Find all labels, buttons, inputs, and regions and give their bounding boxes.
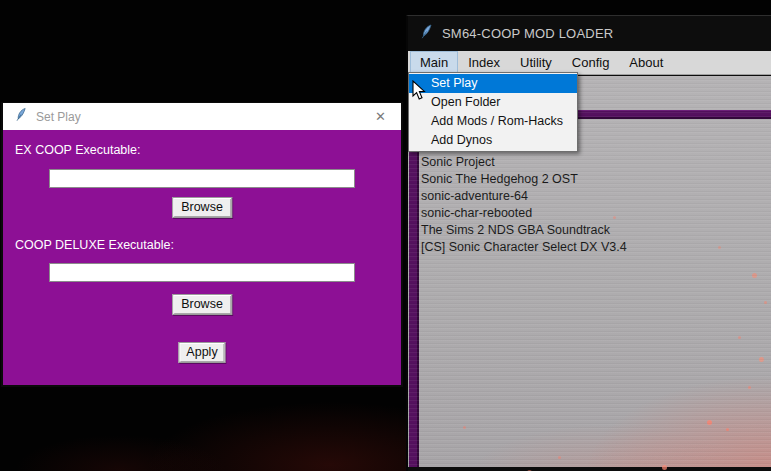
coop-deluxe-browse-button[interactable]: Browse bbox=[172, 294, 232, 315]
list-item[interactable]: sonic-char-rebooted bbox=[421, 205, 767, 222]
set-play-dialog: Set Play ✕ EX COOP Executable: Browse CO… bbox=[1, 102, 403, 387]
main-menu-dropdown: Set Play Open Folder Add Mods / Rom-Hack… bbox=[408, 72, 578, 152]
menu-option-set-play[interactable]: Set Play bbox=[409, 74, 577, 93]
menu-option-add-mods[interactable]: Add Mods / Rom-Hacks bbox=[409, 112, 577, 131]
main-window-title: SM64-COOP MOD LOADER bbox=[442, 26, 613, 41]
close-icon[interactable]: ✕ bbox=[372, 108, 389, 125]
purple-band-vertical bbox=[409, 121, 419, 467]
coop-deluxe-executable-label: COOP DELUXE Executable: bbox=[15, 238, 174, 252]
mod-list: Sonic Project Sonic The Hedgehog 2 OST s… bbox=[421, 154, 767, 256]
menu-about[interactable]: About bbox=[619, 51, 673, 74]
menu-index[interactable]: Index bbox=[458, 51, 510, 74]
dialog-body: EX COOP Executable: Browse COOP DELUXE E… bbox=[3, 130, 401, 385]
menu-option-open-folder[interactable]: Open Folder bbox=[409, 93, 577, 112]
list-item[interactable]: The Sims 2 NDS GBA Soundtrack bbox=[421, 222, 767, 239]
list-item[interactable]: sonic-adventure-64 bbox=[421, 188, 767, 205]
dialog-title: Set Play bbox=[36, 110, 372, 124]
list-item[interactable]: Sonic The Hedgehog 2 OST bbox=[421, 171, 767, 188]
list-item[interactable]: [CS] Sonic Character Select DX V3.4 bbox=[421, 239, 767, 256]
dialog-titlebar[interactable]: Set Play ✕ bbox=[3, 103, 401, 130]
app-feather-icon bbox=[420, 24, 433, 43]
ex-coop-browse-button[interactable]: Browse bbox=[172, 197, 232, 218]
ex-coop-executable-label: EX COOP Executable: bbox=[15, 143, 141, 157]
ex-coop-executable-input[interactable] bbox=[49, 169, 355, 188]
coop-deluxe-executable-input[interactable] bbox=[49, 263, 355, 282]
menu-option-add-dynos[interactable]: Add Dynos bbox=[409, 131, 577, 150]
dialog-feather-icon bbox=[15, 107, 27, 126]
list-item[interactable]: Sonic Project bbox=[421, 154, 767, 171]
menu-utility[interactable]: Utility bbox=[510, 51, 562, 74]
menu-main[interactable]: Main bbox=[410, 51, 458, 74]
main-window-titlebar[interactable]: SM64-COOP MOD LOADER bbox=[408, 16, 771, 51]
apply-button[interactable]: Apply bbox=[178, 342, 225, 363]
menu-config[interactable]: Config bbox=[562, 51, 620, 74]
